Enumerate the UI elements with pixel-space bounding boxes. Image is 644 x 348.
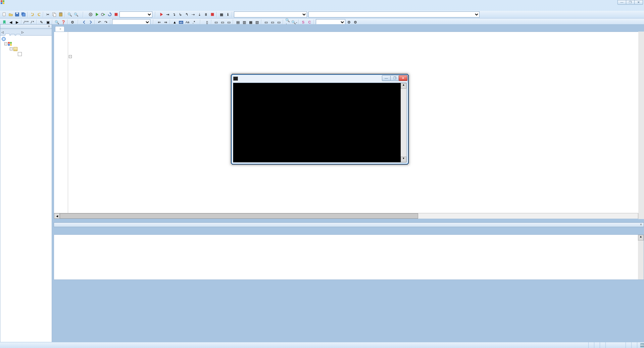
tab-symbols[interactable] bbox=[10, 34, 15, 36]
project-icon bbox=[8, 42, 12, 46]
console-minimize-button[interactable]: — bbox=[382, 75, 391, 81]
console-body[interactable]: ▲ ▼ bbox=[233, 83, 407, 163]
tree-workspace[interactable] bbox=[0, 36, 52, 41]
console-close-button[interactable]: ✕ bbox=[399, 75, 407, 81]
status-eol bbox=[583, 342, 589, 348]
fold-marker-icon[interactable]: − bbox=[69, 55, 72, 58]
log-tabs bbox=[54, 227, 644, 234]
scope-combo[interactable] bbox=[234, 11, 307, 17]
save-all-icon[interactable] bbox=[20, 12, 26, 17]
build-icon[interactable] bbox=[88, 12, 93, 17]
tab-files[interactable] bbox=[16, 34, 20, 36]
minimize-button[interactable]: — bbox=[617, 0, 626, 5]
titlebar: — ❐ ✕ bbox=[0, 0, 644, 5]
menubar bbox=[0, 5, 644, 11]
svg-point-11 bbox=[101, 13, 103, 16]
scroll-up-icon[interactable]: ▲ bbox=[401, 83, 406, 89]
scroll-thumb[interactable] bbox=[60, 213, 418, 219]
svg-rect-12 bbox=[114, 13, 117, 16]
run-to-cursor-icon[interactable]: ⇥ bbox=[165, 12, 170, 17]
build-log-pane: ▲ bbox=[54, 234, 644, 280]
status-position bbox=[594, 342, 600, 348]
file-tab-main[interactable]: × bbox=[55, 26, 64, 32]
status-readwrite bbox=[626, 342, 632, 348]
stop-debug-icon[interactable] bbox=[209, 12, 215, 17]
debug-run-icon[interactable] bbox=[158, 12, 164, 17]
cut-icon[interactable]: ✂ bbox=[45, 12, 51, 17]
next-line-icon[interactable]: ↴ bbox=[171, 12, 177, 17]
tree-project[interactable]: − bbox=[0, 41, 52, 46]
fold-column: − bbox=[68, 32, 73, 213]
file-icon bbox=[18, 52, 22, 56]
save-icon[interactable] bbox=[14, 12, 20, 17]
tree-file[interactable] bbox=[0, 51, 52, 56]
folder-icon bbox=[13, 47, 17, 51]
console-icon bbox=[233, 77, 238, 81]
console-maximize-button[interactable]: ❐ bbox=[390, 75, 399, 81]
new-file-icon[interactable] bbox=[1, 12, 7, 17]
run-icon[interactable] bbox=[94, 12, 100, 17]
abort-icon[interactable] bbox=[113, 12, 119, 17]
expander-icon[interactable]: − bbox=[10, 47, 13, 50]
console-titlebar[interactable] bbox=[232, 75, 408, 82]
close-button[interactable]: ✕ bbox=[634, 0, 643, 5]
management-header: × bbox=[0, 24, 52, 29]
step-out-icon[interactable]: ↰ bbox=[184, 12, 190, 17]
logs-header: × bbox=[54, 222, 644, 227]
break-icon[interactable]: ⏸ bbox=[203, 12, 209, 17]
management-panel: × ◁ ▷ − − bbox=[0, 24, 52, 348]
svg-rect-4 bbox=[22, 13, 25, 16]
scroll-down-icon[interactable]: ▼ bbox=[401, 157, 406, 162]
tab-close-icon[interactable]: × bbox=[59, 27, 61, 31]
status-profile bbox=[632, 342, 637, 348]
file-tabs: × bbox=[54, 24, 644, 32]
svg-rect-13 bbox=[211, 13, 214, 16]
undo-icon[interactable] bbox=[30, 12, 35, 17]
tab-projects[interactable] bbox=[5, 34, 10, 36]
toolbar-row-1: ✂ 🔍 🔍 ⇥ ↴ ↳ ↰ ⇢ ⇣ ⏸ ▦ ℹ bbox=[0, 11, 644, 18]
copy-icon[interactable] bbox=[51, 12, 57, 17]
info-icon[interactable]: ℹ bbox=[225, 12, 231, 17]
debug-windows-icon[interactable]: ▦ bbox=[218, 12, 224, 17]
symbol-combo[interactable] bbox=[308, 11, 480, 17]
paste-icon[interactable] bbox=[58, 12, 63, 17]
svg-rect-0 bbox=[3, 13, 5, 16]
step-into-icon[interactable]: ↳ bbox=[178, 12, 183, 17]
editor-hscroll[interactable]: ◀ ▶ bbox=[54, 213, 644, 219]
app-icon bbox=[1, 0, 5, 4]
scroll-left-icon[interactable]: ◀ bbox=[54, 213, 60, 219]
project-tree: − − bbox=[0, 36, 52, 348]
scroll-up-icon[interactable]: ▲ bbox=[638, 235, 644, 241]
step-instr-icon[interactable]: ⇣ bbox=[197, 12, 202, 17]
tab-scroll-right-icon[interactable]: ▷ bbox=[20, 31, 24, 34]
redo-icon[interactable] bbox=[36, 12, 42, 17]
workspace-icon bbox=[2, 37, 6, 41]
maximize-button[interactable]: ❐ bbox=[626, 0, 635, 5]
svg-point-10 bbox=[90, 14, 91, 15]
logs-close-icon[interactable]: × bbox=[639, 223, 643, 227]
management-close-icon[interactable]: × bbox=[47, 25, 51, 29]
status-encoding bbox=[589, 342, 594, 348]
tab-scroll-left-icon[interactable]: ◁ bbox=[0, 31, 4, 34]
svg-rect-6 bbox=[53, 13, 56, 16]
status-insert bbox=[600, 342, 606, 348]
replace-icon[interactable]: 🔍 bbox=[73, 12, 79, 17]
logs-area: × ▲ bbox=[54, 222, 644, 273]
rebuild-icon[interactable] bbox=[107, 12, 112, 17]
status-empty bbox=[606, 342, 626, 348]
tree-sources[interactable]: − bbox=[0, 46, 52, 51]
console-scrollbar[interactable]: ▲ ▼ bbox=[401, 83, 406, 162]
status-lang-icon[interactable]: 🔤 bbox=[637, 342, 644, 348]
logs-vscroll[interactable]: ▲ bbox=[638, 235, 644, 279]
open-icon[interactable] bbox=[8, 12, 13, 17]
next-instr-icon[interactable]: ⇢ bbox=[190, 12, 196, 17]
find-icon[interactable]: 🔍 bbox=[67, 12, 72, 17]
editor-vscroll[interactable] bbox=[638, 32, 644, 219]
build-target-combo[interactable] bbox=[119, 11, 152, 17]
line-gutter bbox=[54, 32, 68, 213]
build-run-icon[interactable] bbox=[100, 12, 106, 17]
editor-area: × − ◀ ▶ × ▲ bbox=[54, 24, 644, 348]
svg-rect-2 bbox=[16, 13, 18, 14]
log-content bbox=[54, 235, 644, 236]
expander-icon[interactable]: − bbox=[4, 42, 7, 45]
